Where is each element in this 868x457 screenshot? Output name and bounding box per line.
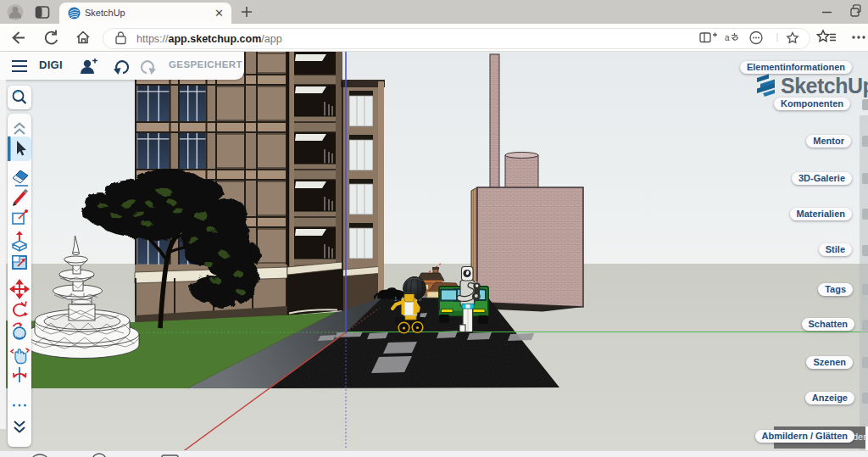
svg-text:a: a (725, 33, 730, 42)
svg-text:SketchUp: SketchUp (781, 74, 868, 98)
